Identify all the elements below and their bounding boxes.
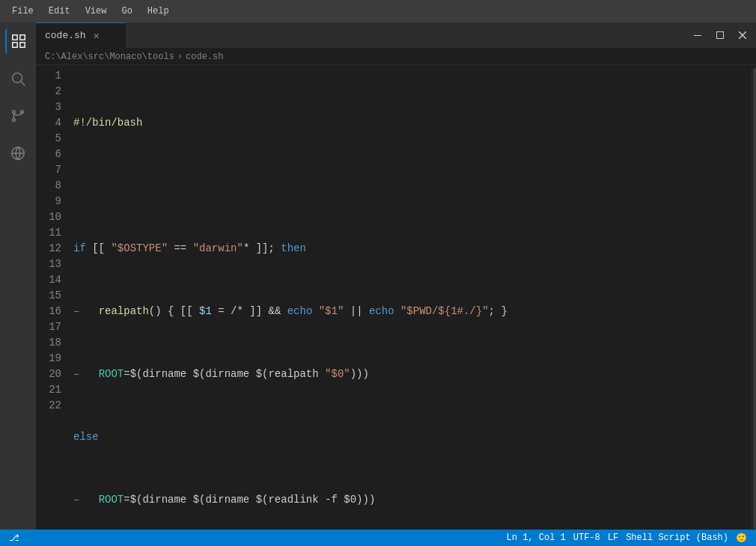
svg-rect-2: [13, 43, 17, 47]
line-num-10: 10: [36, 209, 61, 225]
line-num-11: 11: [36, 225, 61, 241]
status-ln-col[interactable]: Ln 1, Col 1: [504, 533, 569, 543]
menu-view[interactable]: View: [79, 4, 113, 18]
status-branch[interactable]: ⎇: [6, 530, 22, 546]
line-num-16: 16: [36, 304, 61, 319]
close-button[interactable]: [732, 25, 753, 46]
line-num-15: 15: [36, 288, 61, 304]
minimap: [752, 68, 756, 530]
line-numbers: 1 2 3 4 5 6 7 8 9 10 11 12 13 14 15 16 1…: [36, 68, 73, 530]
code-line-7: – ROOT=$(dirname $(dirname $(readlink -f…: [73, 492, 737, 508]
line-num-7: 7: [36, 162, 61, 178]
status-line-ending[interactable]: LF: [605, 533, 621, 543]
language-text: Shell Script (Bash): [626, 533, 728, 543]
line-num-13: 13: [36, 257, 61, 272]
activity-explorer[interactable]: [5, 28, 31, 54]
line-num-8: 8: [36, 178, 61, 194]
code-line-3: if [[ "$OSTYPE" == "darwin"* ]]; then: [73, 241, 737, 257]
svg-point-6: [13, 111, 16, 114]
menu-file[interactable]: File: [6, 4, 40, 18]
svg-rect-1: [20, 35, 25, 40]
status-bar: ⎇ Ln 1, Col 1 UTF-8 LF Shell Script (Bas…: [0, 530, 756, 546]
ln-col-text: Ln 1, Col 1: [507, 533, 566, 543]
line-num-20: 20: [36, 366, 61, 382]
breadcrumb-path: C:\Alex\src\Monaco\tools: [45, 52, 174, 62]
status-encoding[interactable]: UTF-8: [570, 533, 603, 543]
tab-code-sh[interactable]: code.sh ✕: [36, 22, 126, 48]
minimize-button[interactable]: [687, 25, 708, 46]
line-num-6: 6: [36, 147, 61, 162]
line-num-14: 14: [36, 272, 61, 288]
code-line-2: [73, 178, 737, 194]
tab-close-button[interactable]: ✕: [94, 29, 100, 42]
line-num-12: 12: [36, 241, 61, 257]
svg-rect-3: [20, 43, 25, 47]
line-num-5: 5: [36, 131, 61, 147]
encoding-text: UTF-8: [573, 533, 600, 543]
main-layout: code.sh ✕ C:\Alex\src\Mon: [0, 22, 756, 530]
line-num-19: 19: [36, 351, 61, 366]
minimap-bar: [753, 68, 756, 530]
line-num-9: 9: [36, 194, 61, 209]
status-right: Ln 1, Col 1 UTF-8 LF Shell Script (Bash)…: [504, 533, 750, 544]
svg-point-4: [13, 73, 22, 83]
line-num-4: 4: [36, 115, 61, 131]
tab-filename: code.sh: [45, 30, 86, 41]
line-num-18: 18: [36, 335, 61, 351]
menu-bar: File Edit View Go Help: [0, 0, 756, 22]
line-num-21: 21: [36, 382, 61, 398]
status-language[interactable]: Shell Script (Bash): [623, 533, 731, 543]
smiley-icon: 🙂: [736, 533, 747, 544]
editor-area: code.sh ✕ C:\Alex\src\Mon: [36, 22, 756, 530]
line-num-17: 17: [36, 319, 61, 335]
menu-help[interactable]: Help: [141, 4, 175, 18]
maximize-button[interactable]: [710, 25, 731, 46]
menu-go[interactable]: Go: [115, 4, 138, 18]
code-line-5: – ROOT=$(dirname $(dirname $(realpath "$…: [73, 366, 737, 382]
breadcrumb-filename: code.sh: [186, 52, 223, 62]
line-ending-text: LF: [608, 533, 618, 543]
svg-rect-12: [717, 32, 724, 39]
code-line-1: #!/bin/bash: [73, 115, 737, 131]
activity-bar: [0, 22, 36, 530]
line-num-22: 22: [36, 398, 61, 414]
svg-line-5: [21, 82, 25, 85]
window-controls: [687, 22, 756, 48]
status-smiley[interactable]: 🙂: [733, 533, 750, 544]
code-line-4: – realpath() { [[ $1 = /* ]] && echo "$1…: [73, 304, 737, 319]
code-content[interactable]: #!/bin/bash if [[ "$OSTYPE" == "darwin"*…: [73, 68, 752, 530]
code-editor[interactable]: 1 2 3 4 5 6 7 8 9 10 11 12 13 14 15 16 1…: [36, 65, 756, 530]
line-num-1: 1: [36, 68, 61, 84]
activity-search[interactable]: [5, 66, 31, 91]
line-num-3: 3: [36, 99, 61, 115]
activity-extensions[interactable]: [5, 141, 31, 166]
svg-rect-11: [694, 35, 701, 36]
branch-icon: ⎇: [9, 533, 19, 544]
svg-point-7: [13, 119, 16, 122]
tab-bar: code.sh ✕: [36, 22, 756, 49]
breadcrumb: C:\Alex\src\Monaco\tools › code.sh: [36, 49, 756, 65]
svg-rect-0: [13, 35, 17, 40]
activity-source-control[interactable]: [5, 103, 31, 129]
breadcrumb-separator: ›: [177, 52, 183, 62]
code-line-6: else: [73, 429, 737, 445]
line-num-2: 2: [36, 84, 61, 99]
menu-edit[interactable]: Edit: [43, 4, 76, 18]
